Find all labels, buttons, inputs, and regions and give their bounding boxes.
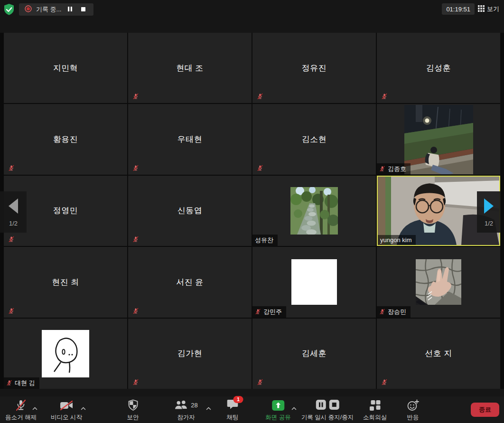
participant-tile[interactable]: 김세훈 [252,319,376,389]
mic-muted-icon [381,379,388,385]
share-screen-button[interactable]: 화면 공유 [265,399,290,422]
participant-tile[interactable]: 선호 지 [377,319,500,389]
mic-muted-icon [132,308,139,314]
mic-muted-icon [132,379,139,385]
mic-muted-icon [132,93,139,100]
stop-recording-button[interactable] [79,6,88,13]
pause-recording-button[interactable] [65,6,75,13]
participant-name: 강민주 [263,308,282,316]
recording-controls-button[interactable]: 기록 일시 중지/중지 [301,399,354,422]
security-button[interactable]: 보안 [127,399,139,422]
mic-muted-icon [379,309,385,315]
chat-button[interactable]: 1 채팅 [227,399,239,422]
participants-icon [174,399,188,412]
chat-label: 채팅 [227,414,239,422]
participant-tile[interactable]: 신동엽 [128,176,252,246]
audio-options-caret[interactable] [31,406,38,411]
participant-tile[interactable]: 지민혁 [4,33,127,103]
participant-name: 지민혁 [53,63,78,74]
mic-muted-icon [15,399,27,412]
video-options-caret[interactable] [80,406,87,411]
share-options-caret[interactable] [290,406,298,411]
start-video-button[interactable]: 비디오 시작 [51,399,82,422]
security-label: 보안 [127,414,139,422]
verified-shield-icon [3,10,15,17]
breakout-rooms-button[interactable]: 소회의실 [363,399,387,422]
stop-icon [81,6,86,13]
participant-tile[interactable]: 대현 김 [4,319,127,389]
participant-name: 김소현 [302,134,327,145]
participant-tile[interactable]: 김성훈 [377,33,500,103]
end-meeting-button[interactable]: 종료 [471,403,499,417]
zoom-meeting-window: { "top_bar": { "recording_status": "기록 중… [0,0,504,423]
meeting-timer-text: 01:19:51 [446,6,470,13]
previous-page-button[interactable]: 1/2 [0,191,27,233]
page-indicator: 1/2 [485,220,493,227]
unmute-label: 음소거 해제 [5,414,37,422]
participant-tile[interactable]: 김소현 [252,104,376,174]
breakout-rooms-icon [369,399,381,412]
recording-status-text: 기록 중... [36,5,61,14]
participants-label: 참가자 [177,414,195,422]
participant-name: 정유진 [302,63,327,74]
participant-video-grid: 지민혁현대 조 정유진 김성훈 황용진 우태현 김소현 [0,33,504,389]
meeting-info-shield-button[interactable] [3,3,15,16]
pause-recording-icon [315,399,326,412]
mic-muted-icon [132,165,139,171]
participant-name: 김가현 [177,348,203,359]
mic-muted-icon [257,165,263,171]
mic-muted-icon [381,93,388,100]
security-shield-icon [128,399,138,412]
participant-tile[interactable]: 성유찬 [252,176,376,246]
participant-name: 신동엽 [177,205,203,216]
mic-muted-icon [6,380,12,386]
next-page-button[interactable]: 1/2 [477,191,501,233]
participants-options-caret[interactable] [205,406,212,411]
view-button-label: 보기 [487,5,499,13]
participant-tile[interactable]: 현대 조 [128,33,252,103]
participant-name: 장승민 [388,308,406,316]
participant-name: 현진 최 [52,277,79,288]
participant-name-label: 장승민 [377,306,411,318]
participant-tile[interactable]: 김가현 [128,319,252,389]
pause-icon [67,6,73,13]
participant-tile[interactable]: 김종호 [377,104,500,174]
participant-name: 성유찬 [255,236,273,244]
recording-dot-icon [25,5,32,14]
participant-tile[interactable]: 우태현 [128,104,252,174]
reactions-button[interactable]: 반응 [407,399,419,422]
participant-tile[interactable]: 서진 윤 [128,247,252,317]
participant-name: yungon kim [380,236,411,244]
participant-name: 선호 지 [425,348,452,359]
participant-tile[interactable]: 황용진 [4,104,127,174]
participants-button[interactable]: 28 참가자 [174,399,197,422]
mic-muted-icon [8,236,15,243]
participant-tile[interactable]: 정유진 [252,33,376,103]
reactions-label: 반응 [407,414,419,422]
page-indicator: 1/2 [9,220,18,227]
share-screen-icon [271,399,285,412]
meeting-toolbar: 음소거 해제 비디오 시작 보안 [0,396,504,423]
share-screen-label: 화면 공유 [265,414,290,422]
participant-tile[interactable]: 현진 최 [4,247,127,317]
recording-controls-label: 기록 일시 중지/중지 [301,414,354,422]
mic-muted-icon [132,236,139,243]
camera-off-icon [59,399,74,412]
participant-name-label: yungon kim [378,235,416,245]
participant-count: 28 [191,402,197,409]
participant-name-label: 김종호 [377,163,411,175]
chevron-left-icon [7,197,20,216]
breakout-rooms-label: 소회의실 [363,414,387,422]
mic-muted-icon [257,93,263,100]
participant-name: 현대 조 [176,63,204,74]
participant-tile[interactable]: 강민주 [252,247,376,317]
participant-name: 정영민 [53,205,78,216]
participant-name: 김종호 [388,165,406,173]
participant-tile[interactable]: 장승민 [377,247,500,317]
mic-muted-icon [257,379,263,385]
participant-name-label: 성유찬 [252,235,278,246]
meeting-timer: 01:19:51 [442,3,475,15]
participant-name-label: 강민주 [252,306,286,318]
participant-name: 대현 김 [15,379,35,387]
view-button[interactable]: 보기 [477,3,500,15]
